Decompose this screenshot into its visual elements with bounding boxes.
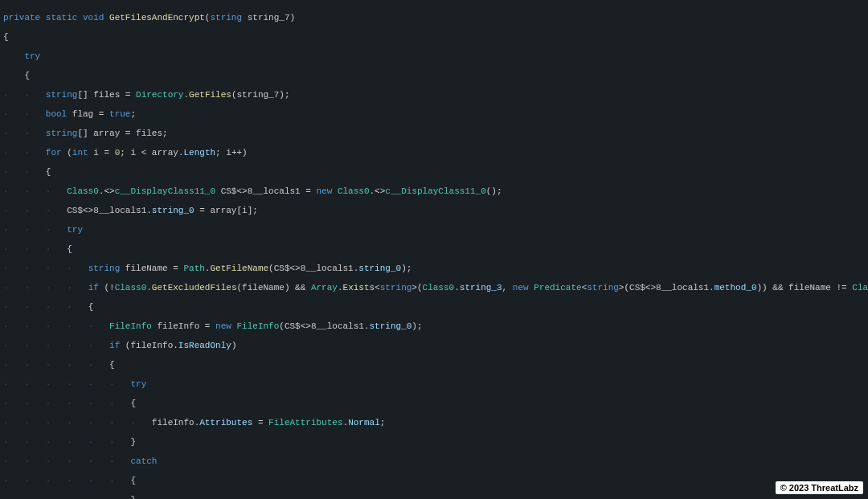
code-line: private static void GetFilesAndEncrypt(s… bbox=[3, 13, 868, 22]
copyright-watermark: © 2023 ThreatLabz bbox=[776, 481, 863, 494]
source-code-viewer: private static void GetFilesAndEncrypt(s… bbox=[0, 0, 868, 499]
